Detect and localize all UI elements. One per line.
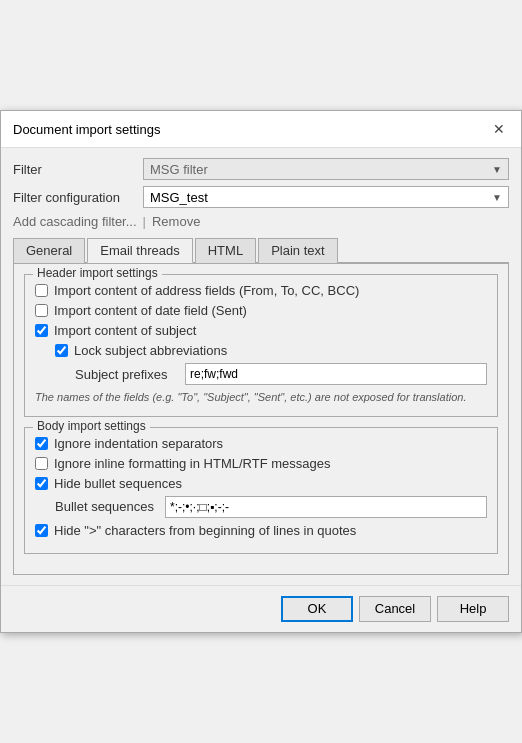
- import-address-checkbox[interactable]: [35, 284, 48, 297]
- cb-lock-subject-row: Lock subject abbreviations: [55, 343, 487, 358]
- filter-config-value: MSG_test: [150, 190, 208, 205]
- cb-address-row: Import content of address fields (From, …: [35, 283, 487, 298]
- hide-gt-checkbox[interactable]: [35, 524, 48, 537]
- tab-general[interactable]: General: [13, 238, 85, 263]
- header-group-title: Header import settings: [33, 266, 162, 280]
- close-button[interactable]: ✕: [489, 119, 509, 139]
- hide-bullet-label: Hide bullet sequences: [54, 476, 182, 491]
- cb-inline-row: Ignore inline formatting in HTML/RTF mes…: [35, 456, 487, 471]
- hide-gt-label: Hide ">" characters from beginning of li…: [54, 523, 356, 538]
- document-import-settings-dialog: Document import settings ✕ Filter MSG fi…: [0, 110, 522, 632]
- cb-hide-gt-row: Hide ">" characters from beginning of li…: [35, 523, 487, 538]
- ignore-inline-checkbox[interactable]: [35, 457, 48, 470]
- import-date-label: Import content of date field (Sent): [54, 303, 247, 318]
- filter-config-row: Filter configuration MSG_test ▼: [13, 186, 509, 208]
- header-import-group: Header import settings Import content of…: [24, 274, 498, 416]
- cb-date-row: Import content of date field (Sent): [35, 303, 487, 318]
- bullet-sequences-input[interactable]: [165, 496, 487, 518]
- subject-sub-options: Lock subject abbreviations Subject prefi…: [55, 343, 487, 385]
- ignore-inline-label: Ignore inline formatting in HTML/RTF mes…: [54, 456, 330, 471]
- cb-bullet-row: Hide bullet sequences: [35, 476, 487, 491]
- filter-config-label: Filter configuration: [13, 190, 143, 205]
- tab-html[interactable]: HTML: [195, 238, 256, 263]
- action-links: Add cascading filter... | Remove: [13, 214, 509, 229]
- subject-prefix-label: Subject prefixes: [75, 367, 185, 382]
- tab-plain-text[interactable]: Plain text: [258, 238, 337, 263]
- dialog-content: Filter MSG filter ▼ Filter configuration…: [1, 148, 521, 584]
- import-address-label: Import content of address fields (From, …: [54, 283, 359, 298]
- cancel-button[interactable]: Cancel: [359, 596, 431, 622]
- tab-content-email-threads: Header import settings Import content of…: [13, 263, 509, 574]
- filter-dropdown[interactable]: MSG filter ▼: [143, 158, 509, 180]
- remove-link[interactable]: Remove: [152, 214, 200, 229]
- ignore-indentation-label: Ignore indentation separators: [54, 436, 223, 451]
- lock-subject-label: Lock subject abbreviations: [74, 343, 227, 358]
- import-subject-label: Import content of subject: [54, 323, 196, 338]
- filter-config-dropdown[interactable]: MSG_test ▼: [143, 186, 509, 208]
- bullet-sequences-row: Bullet sequences: [55, 496, 487, 518]
- dialog-footer: OK Cancel Help: [1, 585, 521, 632]
- action-separator: |: [143, 214, 146, 229]
- cb-indent-row: Ignore indentation separators: [35, 436, 487, 451]
- filter-row: Filter MSG filter ▼: [13, 158, 509, 180]
- body-group-title: Body import settings: [33, 419, 150, 433]
- tabs-bar: General Email threads HTML Plain text: [13, 237, 509, 263]
- ok-button[interactable]: OK: [281, 596, 353, 622]
- help-button[interactable]: Help: [437, 596, 509, 622]
- filter-dropdown-arrow: ▼: [492, 164, 502, 175]
- import-date-checkbox[interactable]: [35, 304, 48, 317]
- header-note: The names of the fields (e.g. "To", "Sub…: [35, 390, 487, 405]
- body-import-group: Body import settings Ignore indentation …: [24, 427, 498, 554]
- lock-subject-checkbox[interactable]: [55, 344, 68, 357]
- add-cascading-filter-link[interactable]: Add cascading filter...: [13, 214, 137, 229]
- tab-email-threads[interactable]: Email threads: [87, 238, 192, 263]
- import-subject-checkbox[interactable]: [35, 324, 48, 337]
- subject-prefix-row: Subject prefixes: [75, 363, 487, 385]
- subject-prefix-input[interactable]: [185, 363, 487, 385]
- filter-config-dropdown-arrow: ▼: [492, 192, 502, 203]
- dialog-title: Document import settings: [13, 122, 160, 137]
- title-bar: Document import settings ✕: [1, 111, 521, 148]
- bullet-sequences-label: Bullet sequences: [55, 499, 165, 514]
- filter-value: MSG filter: [150, 162, 208, 177]
- ignore-indentation-checkbox[interactable]: [35, 437, 48, 450]
- filter-label: Filter: [13, 162, 143, 177]
- hide-bullet-checkbox[interactable]: [35, 477, 48, 490]
- cb-subject-row: Import content of subject: [35, 323, 487, 338]
